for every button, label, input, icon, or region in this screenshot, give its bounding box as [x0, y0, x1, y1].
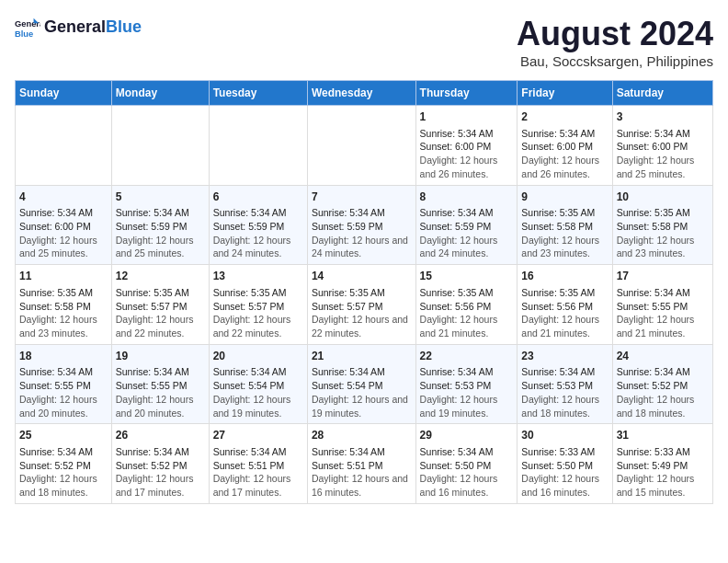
day-number: 4: [19, 190, 108, 205]
sunset-text: Sunset: 5:52 PM: [617, 379, 709, 393]
daylight-label: Daylight: 12 hours and 25 minutes.: [617, 154, 709, 180]
sunset-text: Sunset: 5:53 PM: [420, 379, 514, 393]
sunrise-text: Sunrise: 5:35 AM: [312, 286, 412, 300]
day-number: 31: [617, 428, 709, 443]
sunrise-text: Sunrise: 5:35 AM: [116, 286, 205, 300]
sunset-text: Sunset: 5:59 PM: [420, 220, 514, 234]
day-number: 14: [312, 269, 412, 284]
calendar-cell: [307, 106, 415, 186]
sunrise-text: Sunrise: 5:33 AM: [521, 445, 608, 459]
sunrise-text: Sunrise: 5:34 AM: [213, 365, 303, 379]
sunset-text: Sunset: 5:57 PM: [213, 300, 303, 314]
calendar-cell: 25Sunrise: 5:34 AMSunset: 5:52 PMDayligh…: [16, 424, 112, 504]
calendar-cell: 4Sunrise: 5:34 AMSunset: 6:00 PMDaylight…: [16, 185, 112, 265]
sunrise-text: Sunrise: 5:35 AM: [617, 206, 709, 220]
daylight-label: Daylight: 12 hours and 21 minutes.: [521, 313, 608, 339]
sunset-text: Sunset: 5:57 PM: [116, 300, 205, 314]
daylight-label: Daylight: 12 hours and 21 minutes.: [420, 313, 514, 339]
sunrise-text: Sunrise: 5:34 AM: [617, 365, 709, 379]
calendar-cell: 15Sunrise: 5:35 AMSunset: 5:56 PMDayligh…: [415, 265, 518, 345]
sunset-text: Sunset: 6:00 PM: [521, 140, 608, 154]
sunset-text: Sunset: 5:50 PM: [420, 459, 514, 473]
daylight-label: Daylight: 12 hours and 16 minutes.: [420, 472, 514, 499]
calendar-cell: 8Sunrise: 5:34 AMSunset: 5:59 PMDaylight…: [415, 185, 518, 265]
sunset-text: Sunset: 5:50 PM: [521, 459, 608, 473]
day-number: 28: [312, 428, 412, 443]
calendar-cell: 17Sunrise: 5:34 AMSunset: 5:55 PMDayligh…: [612, 265, 712, 345]
week-row-3: 11Sunrise: 5:35 AMSunset: 5:58 PMDayligh…: [16, 265, 713, 345]
day-number: 3: [617, 109, 709, 125]
day-number: 8: [420, 190, 514, 205]
calendar-cell: 31Sunrise: 5:33 AMSunset: 5:49 PMDayligh…: [612, 424, 712, 504]
day-number: 7: [312, 190, 412, 205]
day-number: 5: [116, 190, 205, 205]
sunrise-text: Sunrise: 5:34 AM: [420, 127, 514, 141]
header-saturday: Saturday: [612, 81, 712, 106]
sunrise-text: Sunrise: 5:34 AM: [116, 365, 205, 379]
sunrise-text: Sunrise: 5:33 AM: [617, 445, 709, 459]
week-row-4: 18Sunrise: 5:34 AMSunset: 5:55 PMDayligh…: [16, 344, 713, 424]
daylight-label: Daylight: 12 hours and 16 minutes.: [521, 472, 608, 499]
sunrise-text: Sunrise: 5:34 AM: [213, 206, 303, 220]
calendar-cell: 9Sunrise: 5:35 AMSunset: 5:58 PMDaylight…: [518, 185, 612, 265]
logo-text: GeneralBlue: [44, 18, 142, 37]
day-number: 16: [521, 269, 608, 284]
sunrise-text: Sunrise: 5:34 AM: [312, 365, 412, 379]
daylight-label: Daylight: 12 hours and 17 minutes.: [116, 472, 205, 499]
calendar-cell: 24Sunrise: 5:34 AMSunset: 5:52 PMDayligh…: [612, 344, 712, 424]
day-number: 21: [312, 349, 412, 364]
calendar-cell: 26Sunrise: 5:34 AMSunset: 5:52 PMDayligh…: [111, 424, 209, 504]
daylight-label: Daylight: 12 hours and 23 minutes.: [521, 234, 608, 260]
sunset-text: Sunset: 6:00 PM: [617, 140, 709, 154]
header-monday: Monday: [111, 81, 209, 106]
day-number: 15: [420, 269, 514, 284]
calendar-cell: 6Sunrise: 5:34 AMSunset: 5:59 PMDaylight…: [209, 185, 307, 265]
sunrise-text: Sunrise: 5:34 AM: [420, 206, 514, 220]
day-number: 18: [19, 349, 108, 364]
daylight-label: Daylight: 12 hours and 24 minutes.: [213, 234, 303, 260]
day-number: 22: [420, 349, 514, 364]
header-wednesday: Wednesday: [307, 81, 415, 106]
calendar-cell: 30Sunrise: 5:33 AMSunset: 5:50 PMDayligh…: [518, 424, 612, 504]
page-subtitle: Bau, Soccsksargen, Philippines: [517, 53, 713, 69]
calendar-cell: 7Sunrise: 5:34 AMSunset: 5:59 PMDaylight…: [307, 185, 415, 265]
calendar-table: SundayMondayTuesdayWednesdayThursdayFrid…: [15, 80, 713, 504]
sunrise-text: Sunrise: 5:34 AM: [19, 365, 108, 379]
page-title: August 2024: [517, 15, 713, 53]
daylight-label: Daylight: 12 hours and 18 minutes.: [19, 472, 108, 499]
day-number: 17: [617, 269, 709, 284]
sunrise-text: Sunrise: 5:34 AM: [420, 365, 514, 379]
day-number: 25: [19, 428, 108, 443]
sunrise-text: Sunrise: 5:34 AM: [420, 445, 514, 459]
daylight-label: Daylight: 12 hours and 22 minutes.: [312, 313, 412, 339]
svg-text:Blue: Blue: [15, 29, 33, 39]
calendar-cell: 13Sunrise: 5:35 AMSunset: 5:57 PMDayligh…: [209, 265, 307, 345]
day-number: 24: [617, 349, 709, 364]
sunrise-text: Sunrise: 5:35 AM: [521, 286, 608, 300]
sunset-text: Sunset: 5:49 PM: [617, 459, 709, 473]
sunset-text: Sunset: 6:00 PM: [420, 140, 514, 154]
calendar-cell: [209, 106, 307, 186]
day-number: 19: [116, 349, 205, 364]
sunset-text: Sunset: 5:54 PM: [213, 379, 303, 393]
day-number: 27: [213, 428, 303, 443]
day-number: 29: [420, 428, 514, 443]
sunset-text: Sunset: 5:57 PM: [312, 300, 412, 314]
week-row-2: 4Sunrise: 5:34 AMSunset: 6:00 PMDaylight…: [16, 185, 713, 265]
calendar-cell: 20Sunrise: 5:34 AMSunset: 5:54 PMDayligh…: [209, 344, 307, 424]
sunset-text: Sunset: 5:55 PM: [116, 379, 205, 393]
sunset-text: Sunset: 5:56 PM: [420, 300, 514, 314]
calendar-cell: 28Sunrise: 5:34 AMSunset: 5:51 PMDayligh…: [307, 424, 415, 504]
daylight-label: Daylight: 12 hours and 24 minutes.: [312, 234, 412, 260]
daylight-label: Daylight: 12 hours and 16 minutes.: [312, 472, 412, 499]
sunrise-text: Sunrise: 5:34 AM: [521, 365, 608, 379]
sunrise-text: Sunrise: 5:35 AM: [420, 286, 514, 300]
calendar-header-row: SundayMondayTuesdayWednesdayThursdayFrid…: [16, 81, 713, 106]
sunset-text: Sunset: 5:59 PM: [213, 220, 303, 234]
week-row-5: 25Sunrise: 5:34 AMSunset: 5:52 PMDayligh…: [16, 424, 713, 504]
sunrise-text: Sunrise: 5:34 AM: [312, 206, 412, 220]
daylight-label: Daylight: 12 hours and 24 minutes.: [420, 234, 514, 260]
calendar-cell: 5Sunrise: 5:34 AMSunset: 5:59 PMDaylight…: [111, 185, 209, 265]
calendar-cell: 11Sunrise: 5:35 AMSunset: 5:58 PMDayligh…: [16, 265, 112, 345]
daylight-label: Daylight: 12 hours and 23 minutes.: [617, 234, 709, 260]
